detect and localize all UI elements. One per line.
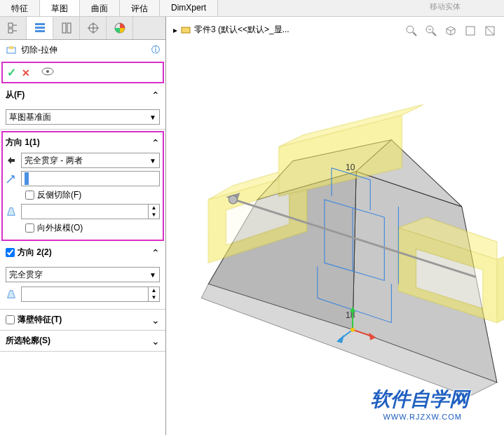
direction1-section: 方向 1(1) ⌃ 完全贯穿 - 两者 ▼: [1, 131, 164, 241]
from-dropdown[interactable]: 草图基准面 ▼: [6, 109, 160, 125]
panel-tab-display[interactable]: [80, 17, 107, 39]
direction2-end-condition[interactable]: 完全贯穿 ▼: [6, 267, 160, 282]
watermark-url: WWW.RJZXW.COM: [383, 413, 462, 421]
tab-evaluate[interactable]: 评估: [120, 0, 160, 16]
dimension-10[interactable]: 10: [346, 163, 355, 172]
part-icon: [180, 25, 191, 36]
spinner-down[interactable]: ▼: [149, 294, 159, 301]
from-header[interactable]: 从(F) ⌃: [0, 85, 165, 105]
crosshair-icon: [86, 21, 100, 35]
config-icon: [60, 21, 74, 35]
thin-feature-checkbox[interactable]: [6, 315, 15, 324]
svg-rect-5: [35, 27, 45, 29]
draft2-icon-button[interactable]: [6, 289, 17, 300]
panel-tab-appearance[interactable]: [107, 17, 133, 39]
svg-rect-17: [182, 27, 190, 33]
direction-vector-icon[interactable]: [6, 173, 17, 184]
draft-angle-value: [22, 205, 148, 219]
spinner-up[interactable]: ▲: [149, 205, 159, 212]
help-icon[interactable]: ⓘ: [151, 44, 160, 56]
svg-point-18: [407, 26, 414, 33]
spinner-up[interactable]: ▲: [149, 287, 159, 294]
direction2-checkbox[interactable]: [6, 248, 15, 257]
reverse-direction-button[interactable]: [6, 155, 17, 166]
cube-icon: [444, 25, 457, 37]
zoom-area-button[interactable]: [423, 22, 440, 39]
tab-dimxpert[interactable]: DimXpert: [160, 0, 218, 16]
tab-surfaces[interactable]: 曲面: [80, 0, 120, 16]
feature-header: 切除-拉伸 ⓘ: [0, 40, 165, 60]
spinner-down[interactable]: ▼: [149, 212, 159, 219]
svg-point-51: [229, 195, 237, 204]
zoom-area-icon: [425, 25, 437, 37]
property-manager-panel: 切除-拉伸 ⓘ ✓ ✕ 从(F) ⌃ 草图基准面 ▼: [0, 17, 166, 435]
zoom-fit-icon: [405, 25, 418, 37]
dropdown-arrow-icon: ▼: [149, 113, 156, 121]
display-icon: [464, 25, 477, 37]
eye-icon: [41, 67, 54, 76]
reverse-cut-label: 反侧切除(F): [37, 189, 81, 201]
3d-viewport[interactable]: ▸ 零件3 (默认<<默认>_显...: [166, 17, 504, 435]
breadcrumb-part-name[interactable]: 零件3 (默认<<默认>_显...: [194, 24, 290, 36]
chevron-up-icon: ⌃: [151, 137, 160, 149]
draft-outward-checkbox[interactable]: [25, 223, 34, 233]
svg-rect-14: [9, 46, 13, 49]
direction1-end-condition[interactable]: 完全贯穿 - 两者 ▼: [21, 153, 160, 168]
panel-tab-config[interactable]: [53, 17, 80, 39]
chevron-down-icon: ⌄: [151, 336, 160, 347]
svg-rect-23: [466, 27, 475, 35]
viewport-toolbar: [403, 22, 498, 39]
direction2-section: 方向 2(2) ⌃ 完全贯穿 ▼ ▲ ▼: [0, 242, 165, 310]
model-canvas[interactable]: 10 18: [166, 45, 504, 435]
from-label: 从(F): [6, 89, 149, 101]
direction-vector-input[interactable]: [21, 171, 160, 186]
svg-rect-7: [62, 23, 66, 33]
draft2-angle-input[interactable]: ▲ ▼: [21, 286, 160, 302]
chevron-up-icon: ⌃: [151, 90, 160, 101]
zoom-fit-button[interactable]: [403, 22, 420, 39]
breadcrumb-expand-icon[interactable]: ▸: [173, 25, 177, 35]
appearance-icon: [113, 21, 127, 35]
confirm-row: ✓ ✕: [1, 62, 164, 83]
breadcrumb: ▸ 零件3 (默认<<默认>_显...: [173, 24, 290, 36]
from-value: 草图基准面: [9, 111, 149, 123]
reverse-cut-checkbox[interactable]: [25, 191, 34, 200]
view-orientation-button[interactable]: [442, 22, 459, 39]
draft-angle-input[interactable]: ▲ ▼: [21, 204, 160, 219]
svg-point-58: [350, 328, 355, 332]
dropdown-arrow-icon: ▼: [149, 271, 156, 279]
draft-icon-button[interactable]: [6, 206, 17, 217]
svg-rect-6: [35, 30, 45, 32]
panel-tab-feature-tree[interactable]: [0, 17, 27, 39]
section-view-button[interactable]: [482, 22, 498, 39]
tab-features[interactable]: 特征: [0, 0, 40, 16]
panel-tab-property-manager[interactable]: [27, 17, 53, 39]
draft-outward-label: 向外拔模(O): [37, 222, 83, 234]
draft-icon: [6, 288, 17, 301]
chevron-up-icon: ⌃: [151, 247, 160, 258]
tab-sketch[interactable]: 草图: [40, 0, 80, 16]
feature-title: 切除-拉伸: [21, 44, 147, 56]
thin-feature-section: 薄壁特征(T) ⌄: [0, 310, 165, 331]
svg-marker-33: [497, 249, 504, 322]
move-entity-hint: 移动实体: [428, 0, 462, 13]
svg-rect-4: [35, 23, 45, 25]
watermark-text: 软件自学网: [371, 386, 469, 413]
direction2-header[interactable]: 方向 2(2) ⌃: [0, 242, 165, 263]
ok-button[interactable]: ✓: [7, 66, 16, 79]
preview-toggle[interactable]: [41, 67, 54, 78]
cancel-button[interactable]: ✕: [22, 67, 30, 78]
direction1-header[interactable]: 方向 1(1) ⌃: [6, 135, 160, 150]
svg-line-21: [433, 32, 436, 36]
selected-contours-section: 所选轮廓(S) ⌄: [0, 331, 165, 352]
direction1-label: 方向 1(1): [6, 137, 149, 149]
section-icon: [484, 25, 496, 37]
feature-tree-icon: [6, 21, 20, 35]
display-style-button[interactable]: [462, 22, 479, 39]
draft-icon: [6, 205, 17, 218]
property-manager-icon: [33, 20, 47, 34]
svg-rect-0: [8, 23, 13, 27]
thin-feature-header[interactable]: 薄壁特征(T) ⌄: [0, 310, 165, 330]
selected-contours-header[interactable]: 所选轮廓(S) ⌄: [0, 331, 165, 351]
panel-tabs: [0, 17, 165, 40]
